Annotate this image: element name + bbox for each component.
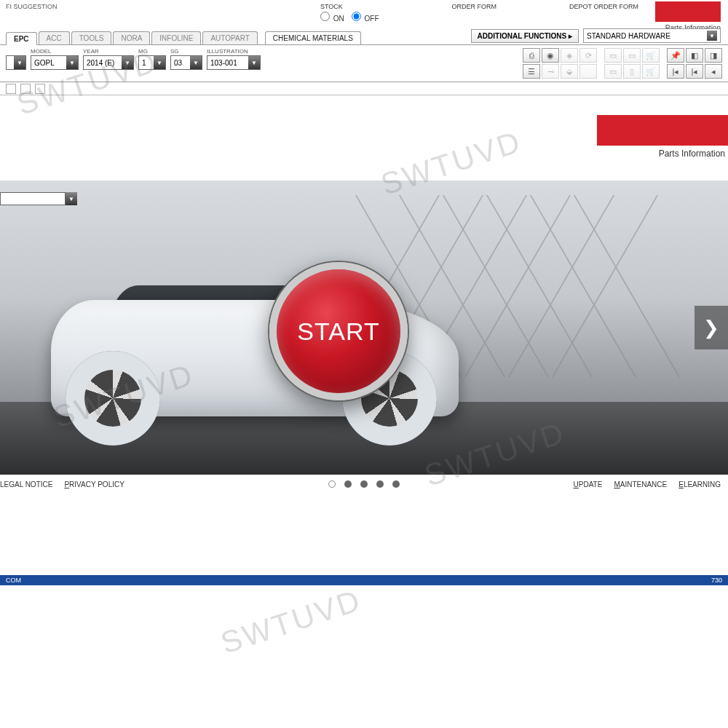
carousel-dot[interactable] bbox=[344, 480, 352, 488]
maintenance-link[interactable]: MAINTENANCE bbox=[614, 480, 667, 488]
tab-chemical[interactable]: CHEMICAL MATERIALS bbox=[265, 31, 361, 44]
splash-subtitle: Parts Information bbox=[597, 149, 728, 159]
illustration-select[interactable]: ▼ bbox=[207, 55, 261, 70]
depot-icon[interactable]: ▭ bbox=[623, 48, 641, 63]
depot-order-form-label: DEPOT ORDER FORM bbox=[569, 3, 638, 23]
stock-off-radio[interactable]: OFF bbox=[352, 12, 379, 23]
side-select[interactable]: ▼ bbox=[0, 192, 77, 205]
year-label: YEAR bbox=[83, 48, 134, 55]
status-right: 730 bbox=[711, 577, 722, 584]
sg-label: SG bbox=[170, 48, 202, 55]
mini-box bbox=[20, 84, 31, 94]
phone-icon[interactable]: ▯ bbox=[623, 64, 641, 79]
model-label: MODEL bbox=[31, 48, 79, 55]
order-form-label: ORDER FORM bbox=[452, 3, 497, 23]
tab-autopart[interactable]: AUTOPART bbox=[202, 31, 257, 44]
start-button[interactable]: START bbox=[269, 262, 408, 400]
model-select[interactable]: ▼ bbox=[31, 55, 79, 70]
carousel-dot[interactable] bbox=[376, 480, 384, 488]
chevron-down-icon: ▼ bbox=[248, 56, 260, 69]
stock-on-radio[interactable]: ON bbox=[320, 12, 344, 23]
carousel-dot[interactable] bbox=[360, 480, 368, 488]
chevron-down-icon: ▼ bbox=[190, 56, 202, 69]
status-left: COM bbox=[6, 577, 21, 584]
additional-functions-button[interactable]: ADDITIONAL FUNCTIONS ▸ bbox=[471, 29, 579, 43]
carousel-dot[interactable] bbox=[392, 480, 400, 488]
page-prev-icon[interactable]: ◧ bbox=[686, 48, 703, 63]
sg-select[interactable]: ▼ bbox=[170, 55, 202, 70]
chevron-down-icon: ▼ bbox=[66, 56, 78, 69]
tab-epc[interactable]: EPC bbox=[6, 32, 37, 45]
legal-notice-link[interactable]: LEGAL NOTICE bbox=[0, 480, 52, 488]
page-next-icon[interactable]: ◨ bbox=[705, 48, 722, 63]
hardware-select[interactable]: STANDARD HARDWARE▼ bbox=[583, 28, 721, 43]
mg-label: MG bbox=[138, 48, 166, 55]
pin-icon[interactable]: 📌 bbox=[667, 48, 684, 63]
chevron-down-icon: ▼ bbox=[14, 56, 25, 69]
mini-box bbox=[6, 84, 16, 94]
blank-icon bbox=[579, 64, 597, 79]
fi-suggestion-label: FI SUGGESTION bbox=[6, 3, 58, 10]
illustration-label: ILLUSTRATION bbox=[207, 48, 261, 55]
year-select[interactable]: ▼ bbox=[83, 55, 134, 70]
chevron-down-icon: ▼ bbox=[707, 31, 717, 41]
splash-logo bbox=[597, 115, 728, 146]
car-graphic bbox=[22, 256, 502, 453]
tab-tools[interactable]: TOOLS bbox=[71, 31, 112, 44]
play-back-icon[interactable]: ◂ bbox=[705, 64, 722, 79]
print-icon[interactable]: ⎙ bbox=[523, 48, 540, 63]
tab-acc[interactable]: ACC bbox=[39, 31, 70, 44]
vehicle-icon[interactable]: ⬙ bbox=[561, 64, 578, 79]
brand-logo bbox=[655, 1, 721, 22]
mini-box bbox=[35, 84, 45, 94]
tab-infoline[interactable]: INFOLINE bbox=[151, 31, 201, 44]
cart2-icon[interactable]: 🛒 bbox=[642, 64, 660, 79]
elearning-link[interactable]: ELEARNING bbox=[678, 480, 721, 488]
disc-icon[interactable]: ◉ bbox=[542, 48, 559, 63]
cart-icon[interactable]: 🛒 bbox=[642, 48, 660, 63]
back-icon[interactable]: |◂ bbox=[686, 64, 703, 79]
first-icon[interactable]: |◂ bbox=[667, 64, 684, 79]
key-icon[interactable]: ⊸ bbox=[542, 64, 559, 79]
stock-label: STOCK bbox=[320, 3, 379, 10]
reload-icon[interactable]: ⟳ bbox=[579, 48, 597, 63]
carousel-next-button[interactable]: ❯ bbox=[695, 306, 728, 349]
watermark: SWTUVD bbox=[216, 582, 365, 660]
monitor-icon[interactable]: ▭ bbox=[604, 64, 622, 79]
chevron-down-icon: ▼ bbox=[154, 56, 165, 69]
chevron-down-icon: ▼ bbox=[66, 192, 77, 205]
prefix-select[interactable]: ▼ bbox=[6, 55, 26, 70]
mg-select[interactable]: ▼ bbox=[138, 55, 166, 70]
carousel-dot[interactable] bbox=[328, 480, 336, 488]
privacy-policy-link[interactable]: PRIVACY POLICY bbox=[64, 480, 124, 488]
elsa-icon[interactable]: ▭ bbox=[604, 48, 622, 63]
update-link[interactable]: UPDATE bbox=[574, 480, 603, 488]
tag-icon[interactable]: ◈ bbox=[561, 48, 578, 63]
tab-nora[interactable]: NORA bbox=[113, 31, 150, 44]
chevron-down-icon: ▼ bbox=[122, 56, 133, 69]
list-icon[interactable]: ☰ bbox=[523, 64, 540, 79]
